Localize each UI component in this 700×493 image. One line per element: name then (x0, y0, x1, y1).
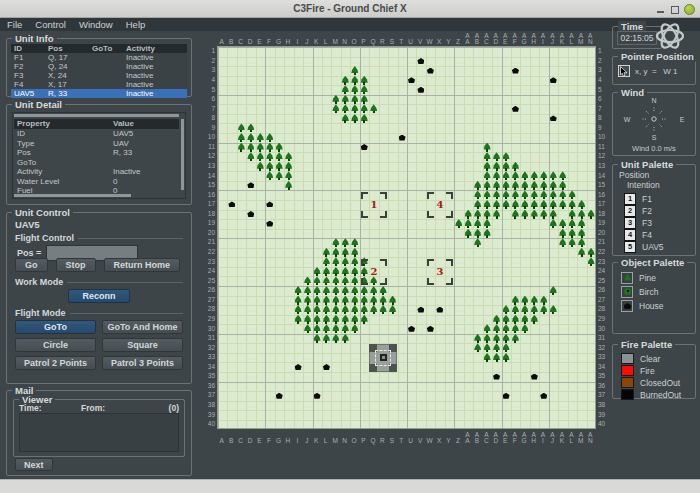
pine-tree (323, 315, 330, 324)
pine-tree (521, 171, 528, 180)
fire-palette-item-burnedout[interactable]: BurnedOut (621, 389, 681, 400)
unit-palette-item-f2[interactable]: 2F2 (624, 205, 664, 216)
pine-tree (238, 123, 245, 132)
pine-tree (550, 210, 557, 219)
fire-palette-item-fire[interactable]: Fire (621, 365, 681, 376)
unit-marker-3[interactable]: 3 (427, 259, 453, 285)
pine-tree (332, 324, 339, 333)
pine-tree (493, 200, 500, 209)
go-button[interactable]: Go (15, 258, 48, 272)
vertical-scrollbar[interactable] (181, 119, 184, 190)
fire-palette-item-closedout[interactable]: ClosedOut (621, 377, 681, 388)
map-row-label: 10 (598, 133, 609, 140)
return-home-button[interactable]: Return Home (104, 258, 181, 272)
unit-marker-1[interactable]: 1 (361, 192, 387, 218)
window-titlebar[interactable]: C3Fire - Ground Chief X (0, 0, 700, 18)
fire-palette-panel: Fire Palette ClearFireClosedOutBurnedOut (612, 344, 696, 399)
map-row-label: 18 (204, 210, 215, 217)
horizontal-scrollbar[interactable] (14, 114, 179, 117)
map-grid[interactable]: 1423 (217, 46, 596, 429)
map-row-label: 26 (204, 286, 215, 293)
compass-west-label: W (624, 116, 631, 123)
pine-tree (314, 305, 321, 314)
map-row-label: 33 (204, 353, 215, 360)
fire-palette-item-clear[interactable]: Clear (621, 353, 681, 364)
pine-tree (285, 152, 292, 161)
pine-tree (332, 296, 339, 305)
object-palette-item-pine[interactable]: Pine (621, 272, 664, 283)
pine-tree (342, 286, 349, 295)
unit-info-row-f1[interactable]: F1Q, 17Inactive (11, 53, 187, 62)
unit-info-row-f3[interactable]: F3X, 24Inactive (11, 71, 187, 80)
square-button[interactable]: Square (102, 338, 183, 352)
close-button[interactable] (684, 4, 695, 15)
house (512, 68, 519, 74)
pine-tree (521, 296, 528, 305)
object-palette-item-birch[interactable]: Birch (621, 286, 664, 297)
map-row-label: 31 (204, 334, 215, 341)
pine-tree (569, 219, 576, 228)
next-mail-button[interactable]: Next (15, 458, 53, 471)
flight-control-buttons: GoStopReturn Home (15, 258, 180, 272)
pine-tree (332, 267, 339, 276)
pine-tree (380, 296, 387, 305)
uav-center (380, 354, 387, 361)
pine-tree (484, 229, 491, 238)
pine-tree (550, 190, 557, 199)
pine-tree (323, 267, 330, 276)
goto-button[interactable]: GoTo (15, 320, 96, 334)
unit-palette-item-uav5[interactable]: 5UAV5 (624, 241, 664, 252)
patrol-3-points-button[interactable]: Patrol 3 Points (102, 356, 183, 370)
unit-palette-item-f1[interactable]: 1F1 (624, 193, 664, 204)
unit-marker-2[interactable]: 2 (361, 259, 387, 285)
pine-tree (474, 334, 481, 343)
circle-button[interactable]: Circle (15, 338, 96, 352)
pine-tree (503, 200, 510, 209)
maximize-button[interactable] (669, 4, 680, 15)
pine-tree (540, 305, 547, 314)
pine-tree (323, 248, 330, 257)
pine-tree (521, 305, 528, 314)
map-row-label: 30 (204, 325, 215, 332)
menu-file[interactable]: File (7, 19, 22, 30)
pine-tree (484, 171, 491, 180)
map-row-label: 4 (204, 76, 215, 83)
pine-tree (512, 296, 519, 305)
flight-mode-label: Flight Mode (15, 308, 183, 318)
wind-compass-icon: N S W E (618, 95, 690, 141)
pine-tree (484, 152, 491, 161)
pine-tree (370, 305, 377, 314)
menu-window[interactable]: Window (79, 19, 113, 30)
map-row-label: 29 (204, 315, 215, 322)
unit-info-row-f2[interactable]: F2Q, 24Inactive (11, 62, 187, 71)
map-row-label: 13 (204, 162, 215, 169)
unit-info-row-f4[interactable]: F4X, 17Inactive (11, 80, 187, 89)
pine-tree (276, 162, 283, 171)
unit-marker-4[interactable]: 4 (427, 192, 453, 218)
pine-tree (332, 248, 339, 257)
pine-tree (493, 171, 500, 180)
minimize-button[interactable] (655, 4, 666, 15)
object-palette-item-house[interactable]: House (621, 300, 664, 311)
pine-tree (588, 248, 595, 257)
pine-tree (238, 143, 245, 152)
unit-palette-item-f3[interactable]: 3F3 (624, 217, 664, 228)
map-row-label: 21 (204, 238, 215, 245)
menu-help[interactable]: Help (126, 19, 146, 30)
unit-info-row-uav5[interactable]: UAV5R, 33Inactive (11, 89, 187, 98)
reconn-button[interactable]: Reconn (68, 289, 129, 303)
stop-button[interactable]: Stop (56, 258, 96, 272)
pine-tree (247, 143, 254, 152)
pine-tree (455, 219, 462, 228)
goto-and-home-button[interactable]: GoTo And Home (102, 320, 183, 334)
pine-tree (512, 190, 519, 199)
pine-tree (569, 210, 576, 219)
unit-palette-item-f4[interactable]: 4F4 (624, 229, 664, 240)
house (493, 374, 500, 380)
mail-list[interactable] (19, 413, 179, 452)
patrol-2-points-button[interactable]: Patrol 2 Points (15, 356, 96, 370)
map-row-label: 26 (598, 286, 609, 293)
pine-tree (351, 267, 358, 276)
menu-control[interactable]: Control (35, 19, 66, 30)
uav-unit[interactable] (369, 344, 397, 372)
